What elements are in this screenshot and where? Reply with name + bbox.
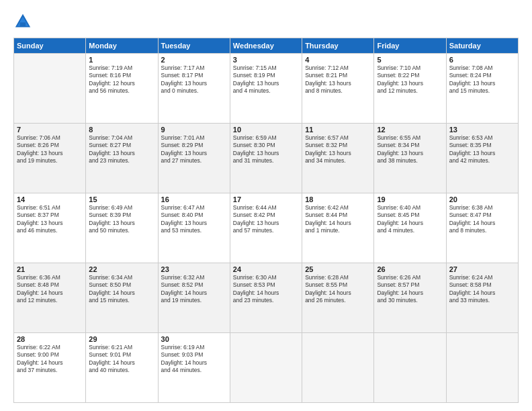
day-number: 16 — [161, 195, 227, 203]
day-number: 6 — [449, 56, 515, 64]
day-number: 19 — [377, 195, 443, 203]
calendar-cell: 6Sunrise: 7:08 AMSunset: 8:24 PMDaylight… — [446, 54, 518, 124]
calendar-header-row: Sunday Monday Tuesday Wednesday Thursday… — [14, 38, 519, 54]
calendar-cell: 4Sunrise: 7:12 AMSunset: 8:21 PMDaylight… — [302, 54, 374, 124]
logo-icon — [13, 12, 32, 31]
day-number: 17 — [233, 195, 299, 203]
col-friday: Friday — [374, 38, 446, 54]
day-info: Sunrise: 6:30 AMSunset: 8:53 PMDaylight:… — [233, 274, 299, 305]
calendar-cell: 1Sunrise: 7:19 AMSunset: 8:16 PMDaylight… — [86, 54, 158, 124]
calendar-cell: 19Sunrise: 6:40 AMSunset: 8:45 PMDayligh… — [374, 193, 446, 263]
col-saturday: Saturday — [446, 38, 518, 54]
day-number: 4 — [305, 56, 371, 64]
calendar-cell: 12Sunrise: 6:55 AMSunset: 8:34 PMDayligh… — [374, 124, 446, 193]
day-number: 14 — [17, 195, 83, 203]
day-number: 12 — [377, 126, 443, 134]
calendar-cell: 5Sunrise: 7:10 AMSunset: 8:22 PMDaylight… — [374, 54, 446, 124]
day-number: 28 — [17, 335, 83, 343]
day-info: Sunrise: 7:06 AMSunset: 8:26 PMDaylight:… — [17, 134, 83, 165]
day-number: 25 — [305, 265, 371, 273]
day-info: Sunrise: 6:22 AMSunset: 9:00 PMDaylight:… — [17, 344, 83, 375]
svg-rect-2 — [20, 22, 26, 26]
calendar-week-row: 28Sunrise: 6:22 AMSunset: 9:00 PMDayligh… — [14, 333, 519, 403]
calendar-cell: 21Sunrise: 6:36 AMSunset: 8:48 PMDayligh… — [14, 263, 86, 333]
calendar-week-row: 21Sunrise: 6:36 AMSunset: 8:48 PMDayligh… — [14, 263, 519, 333]
calendar-cell: 3Sunrise: 7:15 AMSunset: 8:19 PMDaylight… — [230, 54, 302, 124]
calendar-cell — [446, 333, 518, 403]
calendar-cell: 27Sunrise: 6:24 AMSunset: 8:58 PMDayligh… — [446, 263, 518, 333]
logo — [13, 12, 35, 31]
day-info: Sunrise: 7:01 AMSunset: 8:29 PMDaylight:… — [161, 134, 227, 165]
calendar-week-row: 1Sunrise: 7:19 AMSunset: 8:16 PMDaylight… — [14, 54, 519, 124]
calendar-cell: 8Sunrise: 7:04 AMSunset: 8:27 PMDaylight… — [86, 124, 158, 193]
calendar-table: Sunday Monday Tuesday Wednesday Thursday… — [13, 38, 519, 403]
day-number: 21 — [17, 265, 83, 273]
calendar-cell: 11Sunrise: 6:57 AMSunset: 8:32 PMDayligh… — [302, 124, 374, 193]
col-tuesday: Tuesday — [158, 38, 230, 54]
day-number: 1 — [89, 56, 154, 64]
day-info: Sunrise: 6:59 AMSunset: 8:30 PMDaylight:… — [233, 134, 299, 165]
day-number: 24 — [233, 265, 299, 273]
day-info: Sunrise: 6:19 AMSunset: 9:03 PMDaylight:… — [161, 344, 227, 375]
day-info: Sunrise: 6:44 AMSunset: 8:42 PMDaylight:… — [233, 204, 299, 235]
col-wednesday: Wednesday — [230, 38, 302, 54]
day-info: Sunrise: 6:36 AMSunset: 8:48 PMDaylight:… — [17, 274, 83, 305]
day-info: Sunrise: 6:24 AMSunset: 8:58 PMDaylight:… — [449, 274, 515, 305]
day-info: Sunrise: 7:17 AMSunset: 8:17 PMDaylight:… — [161, 64, 227, 95]
day-number: 23 — [161, 265, 227, 273]
day-info: Sunrise: 6:32 AMSunset: 8:52 PMDaylight:… — [161, 274, 227, 305]
calendar-week-row: 14Sunrise: 6:51 AMSunset: 8:37 PMDayligh… — [14, 193, 519, 263]
calendar-cell: 13Sunrise: 6:53 AMSunset: 8:35 PMDayligh… — [446, 124, 518, 193]
day-number: 8 — [89, 126, 154, 134]
calendar-cell: 16Sunrise: 6:47 AMSunset: 8:40 PMDayligh… — [158, 193, 230, 263]
calendar-cell: 28Sunrise: 6:22 AMSunset: 9:00 PMDayligh… — [14, 333, 86, 403]
day-info: Sunrise: 7:08 AMSunset: 8:24 PMDaylight:… — [449, 64, 515, 95]
calendar-cell: 2Sunrise: 7:17 AMSunset: 8:17 PMDaylight… — [158, 54, 230, 124]
day-info: Sunrise: 7:04 AMSunset: 8:27 PMDaylight:… — [89, 134, 154, 165]
calendar-cell: 25Sunrise: 6:28 AMSunset: 8:55 PMDayligh… — [302, 263, 374, 333]
calendar-cell — [302, 333, 374, 403]
calendar-cell: 15Sunrise: 6:49 AMSunset: 8:39 PMDayligh… — [86, 193, 158, 263]
day-number: 7 — [17, 126, 83, 134]
calendar-cell: 14Sunrise: 6:51 AMSunset: 8:37 PMDayligh… — [14, 193, 86, 263]
calendar-cell: 10Sunrise: 6:59 AMSunset: 8:30 PMDayligh… — [230, 124, 302, 193]
day-info: Sunrise: 6:47 AMSunset: 8:40 PMDaylight:… — [161, 204, 227, 235]
day-info: Sunrise: 6:38 AMSunset: 8:47 PMDaylight:… — [449, 204, 515, 235]
day-info: Sunrise: 7:19 AMSunset: 8:16 PMDaylight:… — [89, 64, 154, 95]
calendar-cell: 29Sunrise: 6:21 AMSunset: 9:01 PMDayligh… — [86, 333, 158, 403]
calendar-cell — [374, 333, 446, 403]
day-number: 30 — [161, 335, 227, 343]
day-number: 5 — [377, 56, 443, 64]
calendar-cell: 23Sunrise: 6:32 AMSunset: 8:52 PMDayligh… — [158, 263, 230, 333]
calendar-cell: 17Sunrise: 6:44 AMSunset: 8:42 PMDayligh… — [230, 193, 302, 263]
calendar-week-row: 7Sunrise: 7:06 AMSunset: 8:26 PMDaylight… — [14, 124, 519, 193]
day-number: 27 — [449, 265, 515, 273]
day-info: Sunrise: 6:53 AMSunset: 8:35 PMDaylight:… — [449, 134, 515, 165]
day-info: Sunrise: 6:42 AMSunset: 8:44 PMDaylight:… — [305, 204, 371, 235]
day-info: Sunrise: 6:40 AMSunset: 8:45 PMDaylight:… — [377, 204, 443, 235]
day-info: Sunrise: 6:34 AMSunset: 8:50 PMDaylight:… — [89, 274, 154, 305]
day-info: Sunrise: 6:51 AMSunset: 8:37 PMDaylight:… — [17, 204, 83, 235]
calendar-cell — [230, 333, 302, 403]
day-number: 15 — [89, 195, 154, 203]
col-thursday: Thursday — [302, 38, 374, 54]
day-info: Sunrise: 7:15 AMSunset: 8:19 PMDaylight:… — [233, 64, 299, 95]
calendar-cell: 20Sunrise: 6:38 AMSunset: 8:47 PMDayligh… — [446, 193, 518, 263]
calendar-cell: 30Sunrise: 6:19 AMSunset: 9:03 PMDayligh… — [158, 333, 230, 403]
col-monday: Monday — [86, 38, 158, 54]
day-number: 3 — [233, 56, 299, 64]
day-info: Sunrise: 6:21 AMSunset: 9:01 PMDaylight:… — [89, 344, 154, 375]
calendar-cell — [14, 54, 86, 124]
calendar-cell: 18Sunrise: 6:42 AMSunset: 8:44 PMDayligh… — [302, 193, 374, 263]
day-info: Sunrise: 6:28 AMSunset: 8:55 PMDaylight:… — [305, 274, 371, 305]
day-number: 20 — [449, 195, 515, 203]
day-number: 13 — [449, 126, 515, 134]
calendar-cell: 24Sunrise: 6:30 AMSunset: 8:53 PMDayligh… — [230, 263, 302, 333]
page: Sunday Monday Tuesday Wednesday Thursday… — [0, 0, 532, 411]
day-number: 2 — [161, 56, 227, 64]
day-number: 11 — [305, 126, 371, 134]
header — [13, 12, 519, 31]
day-info: Sunrise: 7:12 AMSunset: 8:21 PMDaylight:… — [305, 64, 371, 95]
day-number: 18 — [305, 195, 371, 203]
calendar-cell: 22Sunrise: 6:34 AMSunset: 8:50 PMDayligh… — [86, 263, 158, 333]
